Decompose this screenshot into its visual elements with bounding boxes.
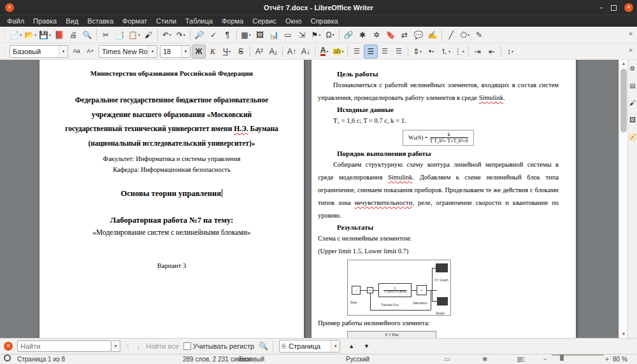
menu-file[interactable]: Файл [3, 17, 29, 25]
vertical-scrollbar[interactable]: ▲ ▼ [619, 60, 627, 338]
find-next-button[interactable]: ↓ [136, 342, 142, 350]
window-close-left-icon[interactable]: ✕ [5, 3, 14, 12]
sidebar-settings-icon[interactable]: ⚙ [628, 62, 637, 74]
font-color-button[interactable]: A▾ [317, 45, 331, 59]
font-size-combo[interactable]: 18 ▼ [160, 45, 190, 58]
new-style-button[interactable]: A+▾ [83, 45, 97, 59]
insert-hyperlink-button[interactable]: 🔗▾ [341, 28, 355, 42]
selection-mode-icon[interactable]: ▭ [444, 354, 450, 364]
navigate-by-combo[interactable]: ⎘ Страница ▼ [279, 340, 340, 353]
underline-button[interactable]: Ч▾ [220, 45, 234, 59]
decrease-indent-button[interactable]: ⇤▾ [485, 45, 499, 59]
menu-tools[interactable]: Сервис [248, 17, 281, 25]
match-case-checkbox[interactable]: Учитывать регистр [183, 342, 254, 350]
insert-endnote-button[interactable]: ✲▾ [369, 28, 383, 42]
chevron-down-icon[interactable]: ▼ [181, 46, 190, 57]
show-draw-functions-button[interactable]: ✎▾ [472, 28, 486, 42]
next-page-button[interactable]: ▼ [361, 343, 372, 349]
copy-button[interactable]: 📑▾ [113, 28, 127, 42]
insert-line-button[interactable]: ╱▾ [444, 28, 458, 42]
heading-results[interactable]: Результаты [318, 222, 559, 232]
bold-button[interactable]: Ж▾ [192, 45, 206, 59]
simulink-diagram-image[interactable]: ⎍ + 1T.T₁s³+(T+T₁)s²+s ⌁ Step Transfer F… [347, 260, 451, 316]
insert-image-button[interactable]: 🖼▾ [253, 28, 267, 42]
search-history-dropdown-icon[interactable]: ▼ [111, 340, 120, 352]
page-style-status[interactable]: Базовый [239, 354, 264, 364]
justify-button[interactable]: ☰▾ [392, 45, 406, 59]
spelling-button[interactable]: ✓▾ [206, 28, 220, 42]
menu-window[interactable]: Окно [281, 17, 306, 25]
navigator-icon[interactable]: 🧭 [628, 131, 637, 143]
properties-icon[interactable]: ▤ [628, 80, 637, 91]
paragraph-style-combo[interactable]: Базовый ▼ [10, 45, 68, 58]
toolbar-drag-handle[interactable] [3, 29, 7, 41]
outline-list-button[interactable]: ⋮▾ [452, 45, 466, 59]
subject-title[interactable]: Основы теории управления [65, 189, 278, 199]
highlight-color-button[interactable]: ab▾ [331, 45, 345, 59]
decrease-font-button[interactable]: A↓▾ [299, 45, 313, 59]
paragraph-limits[interactable]: (Upper limit 1.5, Lower limit 0.7) [318, 245, 559, 258]
zoom-out-icon[interactable]: − [543, 354, 547, 364]
find-all-button[interactable]: Найти все [146, 342, 179, 350]
chevron-down-icon[interactable]: ▼ [148, 46, 157, 57]
menu-format[interactable]: Формат [118, 17, 152, 25]
line-spacing-button[interactable]: ⇕▾ [410, 45, 424, 59]
previous-page-button[interactable]: ▲ [346, 343, 357, 349]
undo-button[interactable]: ↶▾ [160, 28, 174, 42]
strikethrough-button[interactable]: S▾ [234, 45, 248, 59]
variant-line[interactable]: Вариант 3 [65, 262, 278, 269]
insert-field-button[interactable]: ⚑▾ [309, 28, 323, 42]
paragraph-goal[interactable]: Познакомиться с работой нелинейных элеме… [318, 79, 559, 104]
subscript-button[interactable]: A₂▾ [266, 45, 280, 59]
toolbar-drag-handle[interactable] [3, 46, 7, 57]
scroll-down-icon[interactable]: ▼ [619, 330, 628, 338]
new-document-button[interactable]: 📄▾ [8, 28, 23, 42]
minimize-icon[interactable]: − [599, 4, 603, 11]
toolbar-overflow-button[interactable]: » [626, 46, 635, 53]
menu-edit[interactable]: Правка [29, 17, 61, 25]
update-style-button[interactable]: Aa▾ [69, 45, 83, 59]
align-center-button[interactable]: ☰▾ [364, 45, 378, 59]
zoom-in-icon[interactable]: + [605, 354, 609, 364]
document-canvas[interactable]: Министерство образования Российской Феде… [0, 60, 619, 338]
checkbox-icon[interactable] [183, 342, 191, 350]
insert-textbox-button[interactable]: ▭▾ [281, 28, 295, 42]
italic-button[interactable]: К▾ [206, 45, 220, 59]
zoom-slider-knob[interactable] [560, 354, 564, 361]
clone-formatting-button[interactable]: 🖌▾ [141, 28, 155, 42]
cross-reference-button[interactable]: ⇄▾ [397, 28, 412, 42]
scroll-up-icon[interactable]: ▲ [619, 60, 628, 67]
insert-comment-button[interactable]: 💬▾ [412, 28, 426, 42]
document-info-icon[interactable] [4, 354, 11, 361]
xy-plot-image[interactable]: X Y Plot 2 [347, 331, 436, 338]
export-pdf-button[interactable]: 📕▾ [52, 28, 66, 42]
language-status[interactable]: Русский [346, 354, 369, 364]
find-previous-button[interactable]: ↑ [125, 342, 131, 350]
insert-table-button[interactable]: ▦▾ [239, 28, 253, 42]
close-icon[interactable]: ✕ [624, 3, 633, 12]
chevron-down-icon[interactable]: ▼ [331, 340, 340, 352]
align-right-button[interactable]: ☰▾ [378, 45, 392, 59]
book-view-icon[interactable]: ⊞ [517, 354, 523, 364]
cut-button[interactable]: ✂▾ [99, 28, 113, 42]
print-button[interactable]: 🖨▾ [66, 28, 80, 42]
toolbar-overflow-button[interactable]: » [626, 29, 635, 37]
menu-help[interactable]: Справка [306, 17, 342, 25]
menu-styles[interactable]: Стили [152, 17, 181, 25]
insert-chart-button[interactable]: 📊▾ [267, 28, 281, 42]
zoom-level[interactable]: 80 % [613, 354, 627, 364]
menu-form[interactable]: Форма [217, 17, 248, 25]
chevron-down-icon[interactable]: ▼ [59, 46, 68, 57]
page-count-status[interactable]: Страница 1 из 8 [17, 354, 65, 364]
institution-paragraph[interactable]: Федеральное государственное бюджетное об… [65, 93, 278, 150]
work-title[interactable]: Лабораторная работа №7 на тему: [65, 216, 278, 225]
align-left-button[interactable]: ☰▾ [350, 45, 364, 59]
document-page-1[interactable]: Министерство образования Российской Феде… [39, 60, 304, 338]
document-modified-icon[interactable]: ✱ [482, 354, 487, 364]
save-button[interactable]: 💾▾ [38, 28, 52, 42]
increase-indent-button[interactable]: ⇥▾ [471, 45, 485, 59]
gallery-icon[interactable]: 🖼 [628, 114, 637, 125]
special-character-button[interactable]: Ω▾ [323, 28, 337, 42]
insert-footnote-button[interactable]: ✱▾ [355, 28, 369, 42]
heading-procedure[interactable]: Порядок выполнения работы [318, 148, 559, 158]
